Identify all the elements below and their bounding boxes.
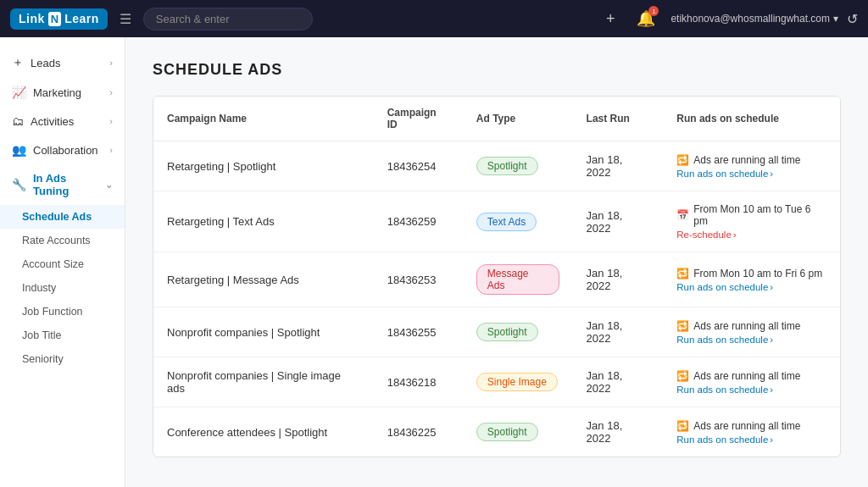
refresh-button[interactable]: ↺ xyxy=(847,11,858,27)
schedule-title: 🔁 Ads are running all time xyxy=(676,420,826,432)
schedule-title: 🔁 Ads are running all time xyxy=(676,154,826,166)
ad-type-badge: Spotlight xyxy=(476,423,538,441)
schedule-link[interactable]: Run ads on schedule › xyxy=(676,335,826,345)
ad-type-cell: Text Ads xyxy=(463,191,573,252)
last-run-cell: Jan 18, 2022 xyxy=(573,407,664,457)
leads-icon: ＋ xyxy=(12,55,24,70)
last-run-cell: Jan 18, 2022 xyxy=(573,252,664,307)
chevron-right-icon: › xyxy=(770,282,773,292)
last-run-cell: Jan 18, 2022 xyxy=(573,307,664,357)
main-content: SCHEDULE ADS Campaign Name Campaign ID A… xyxy=(125,37,868,487)
sidebar-subitem-industy[interactable]: Industy xyxy=(0,276,125,300)
last-run-cell: Jan 18, 2022 xyxy=(573,141,664,191)
campaign-name-cell: Retargeting | Text Ads xyxy=(153,191,374,252)
chevron-right-icon: › xyxy=(109,116,113,126)
campaign-name-cell: Nonprofit companies | Spotlight xyxy=(153,307,374,357)
table-body: Retargeting | Spotlight 18436254 Spotlig… xyxy=(153,141,840,457)
table-row: Conference attendees | Spotlight 1843622… xyxy=(153,407,840,457)
campaign-id-cell: 18436253 xyxy=(374,252,463,307)
in-ads-tuning-icon: 🔧 xyxy=(12,178,26,191)
logo: Link N Learn xyxy=(10,8,108,30)
sidebar-subitem-job-title[interactable]: Job Title xyxy=(0,324,125,347)
schedule-icon: 🔁 xyxy=(676,154,689,166)
ad-type-cell: Spotlight xyxy=(463,141,573,191)
marketing-icon: 📈 xyxy=(12,86,26,99)
ad-type-cell: Spotlight xyxy=(463,307,573,357)
campaign-name-cell: Nonprofit companies | Single image ads xyxy=(153,357,374,407)
campaign-name-cell: Retargeting | Spotlight xyxy=(153,141,374,191)
campaign-id-cell: 18436259 xyxy=(374,191,463,252)
sidebar-item-collaboration[interactable]: 👥 Collaboration › xyxy=(0,136,125,164)
chevron-right-icon: › xyxy=(770,385,773,395)
table-row: Retargeting | Text Ads 18436259 Text Ads… xyxy=(153,191,840,252)
sidebar: ＋ Leads › 📈 Marketing › 🗂 Activities › 👥… xyxy=(0,37,125,487)
sidebar-item-in-ads-tuning[interactable]: 🔧 In Ads Tuning ⌄ xyxy=(0,164,125,205)
ad-type-cell: Single Image xyxy=(463,357,573,407)
ads-table: Campaign Name Campaign ID Ad Type Last R… xyxy=(153,97,840,457)
ad-type-badge: Spotlight xyxy=(476,157,538,175)
col-ad-type: Ad Type xyxy=(463,97,573,141)
schedule-cell: 🔁 From Mon 10 am to Fri 6 pm Run ads on … xyxy=(663,252,840,307)
schedule-cell: 🔁 Ads are running all time Run ads on sc… xyxy=(663,307,840,357)
table-row: Retargeting | Message Ads 18436253 Messa… xyxy=(153,252,840,307)
sidebar-subitems: Schedule Ads Rate Accounts Account Size … xyxy=(0,205,125,371)
col-campaign-id: Campaign ID xyxy=(374,97,463,141)
table-header: Campaign Name Campaign ID Ad Type Last R… xyxy=(153,97,840,141)
schedule-cell: 📅 From Mon 10 am to Tue 6 pm Re-schedule… xyxy=(663,191,840,252)
logo-n: N xyxy=(48,12,61,26)
schedule-icon: 🔁 xyxy=(676,370,689,382)
user-chevron-icon: ▾ xyxy=(833,13,838,25)
chevron-right-icon: › xyxy=(109,58,113,68)
sidebar-subitem-schedule-ads[interactable]: Schedule Ads xyxy=(0,205,125,229)
ad-type-badge: Text Ads xyxy=(476,213,537,231)
sidebar-subitem-account-size[interactable]: Account Size xyxy=(0,252,125,276)
last-run-cell: Jan 18, 2022 xyxy=(573,191,664,252)
sidebar-item-marketing[interactable]: 📈 Marketing › xyxy=(0,78,125,107)
collaboration-icon: 👥 xyxy=(12,143,26,157)
sidebar-item-activities[interactable]: 🗂 Activities › xyxy=(0,107,125,136)
schedule-link[interactable]: Run ads on schedule › xyxy=(676,282,826,292)
schedule-icon: 📅 xyxy=(676,209,689,221)
schedule-title: 🔁 From Mon 10 am to Fri 6 pm xyxy=(676,268,826,279)
page-title: SCHEDULE ADS xyxy=(153,61,841,79)
sidebar-item-label-in-ads-tuning: In Ads Tuning xyxy=(33,172,105,197)
campaign-id-cell: 18436254 xyxy=(374,141,463,191)
schedule-link[interactable]: Re-schedule › xyxy=(676,230,826,240)
campaign-name-cell: Retargeting | Message Ads xyxy=(153,252,374,307)
campaign-id-cell: 18436225 xyxy=(374,407,463,457)
sidebar-subitem-job-function[interactable]: Job Function xyxy=(0,300,125,324)
col-run-ads-schedule: Run ads on schedule xyxy=(663,97,840,141)
campaign-name-cell: Conference attendees | Spotlight xyxy=(153,407,374,457)
schedule-link[interactable]: Run ads on schedule › xyxy=(676,385,826,395)
schedule-icon: 🔁 xyxy=(676,320,689,332)
ads-table-card: Campaign Name Campaign ID Ad Type Last R… xyxy=(153,96,841,457)
ad-type-cell: Spotlight xyxy=(463,407,573,457)
user-email: etikhonova@whosmallingwhat.com xyxy=(670,13,830,25)
top-navigation: Link N Learn ☰ + 🔔 1 etikhonova@whosmall… xyxy=(0,0,868,37)
schedule-icon: 🔁 xyxy=(676,268,689,279)
last-run-cell: Jan 18, 2022 xyxy=(573,357,664,407)
sidebar-subitem-seniority[interactable]: Seniority xyxy=(0,347,125,371)
sidebar-item-label-collaboration: Collaboration xyxy=(33,144,98,157)
schedule-link[interactable]: Run ads on schedule › xyxy=(676,434,826,445)
sidebar-item-label-leads: Leads xyxy=(31,57,60,69)
schedule-link[interactable]: Run ads on schedule › xyxy=(676,169,826,179)
sidebar-subitem-rate-accounts[interactable]: Rate Accounts xyxy=(0,229,125,252)
search-input[interactable] xyxy=(143,8,313,30)
notification-button[interactable]: 🔔 1 xyxy=(630,6,662,31)
table-row: Nonprofit companies | Spotlight 18436255… xyxy=(153,307,840,357)
chevron-right-icon: › xyxy=(733,230,737,240)
notification-badge: 1 xyxy=(648,6,659,16)
col-last-run: Last Run xyxy=(573,97,664,141)
schedule-icon: 🔁 xyxy=(676,420,689,432)
sidebar-item-leads[interactable]: ＋ Leads › xyxy=(0,47,125,78)
hamburger-icon[interactable]: ☰ xyxy=(116,8,135,30)
chevron-right-icon: › xyxy=(109,145,113,155)
schedule-cell: 🔁 Ads are running all time Run ads on sc… xyxy=(663,357,840,407)
schedule-cell: 🔁 Ads are running all time Run ads on sc… xyxy=(663,407,840,457)
add-button[interactable]: + xyxy=(599,7,622,31)
user-menu[interactable]: etikhonova@whosmallingwhat.com ▾ xyxy=(670,13,838,25)
chevron-right-icon: › xyxy=(109,87,113,97)
col-campaign-name: Campaign Name xyxy=(153,97,374,141)
chevron-right-icon: › xyxy=(770,169,773,179)
